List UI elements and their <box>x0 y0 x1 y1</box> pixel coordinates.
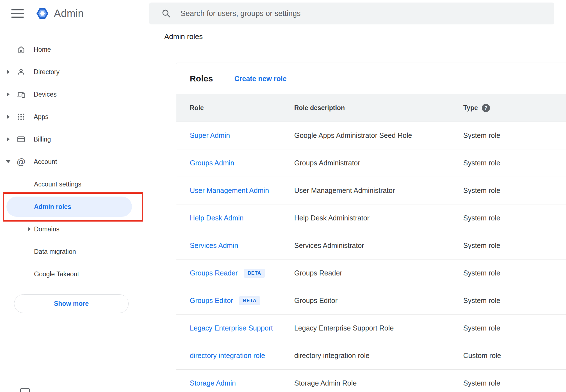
role-link[interactable]: Help Desk Admin <box>190 214 244 222</box>
table-row: Services Admin Services Administrator Sy… <box>176 232 566 259</box>
page-header: Admin roles <box>149 24 566 49</box>
sidebar-item-label: Account <box>34 158 57 166</box>
search-bar[interactable] <box>149 3 554 24</box>
sidebar-header: Admin <box>0 0 149 27</box>
sidebar-item-label: Domains <box>34 225 60 233</box>
sidebar-item-label: Account settings <box>34 181 81 188</box>
topbar <box>149 0 566 24</box>
sidebar-item-billing[interactable]: Billing <box>0 128 149 151</box>
role-description: Groups Reader <box>294 269 463 277</box>
role-link[interactable]: Groups Admin <box>190 159 234 167</box>
sidebar-item-label: Apps <box>34 113 48 121</box>
table-row: Groups Admin Groups Administrator System… <box>176 149 566 177</box>
table-row: Help Desk Admin Help Desk Administrator … <box>176 204 566 232</box>
help-icon[interactable]: ? <box>482 104 490 112</box>
role-link[interactable]: User Management Admin <box>190 186 269 195</box>
show-more-button[interactable]: Show more <box>14 294 129 313</box>
role-type: System role <box>463 214 566 222</box>
person-icon <box>16 68 26 76</box>
column-header-type: Type ? <box>463 104 566 112</box>
role-type: System role <box>463 297 566 305</box>
roles-title: Roles <box>190 74 213 83</box>
partial-bottom-icon <box>20 388 30 392</box>
page-title: Admin roles <box>164 32 203 41</box>
table-row: Legacy Enterprise Support Legacy Enterpr… <box>176 314 566 342</box>
admin-logo-icon <box>36 7 49 20</box>
role-type: System role <box>463 379 566 387</box>
menu-icon[interactable] <box>11 9 24 18</box>
role-description: User Management Administrator <box>294 186 463 195</box>
brand: Admin <box>36 7 84 20</box>
role-link[interactable]: Legacy Enterprise Support <box>190 324 273 332</box>
role-description: Legacy Enterprise Support Role <box>294 324 463 332</box>
role-type: System role <box>463 159 566 167</box>
sidebar-item-domains[interactable]: Domains <box>0 218 149 240</box>
at-icon: @ <box>16 157 26 167</box>
table-row: Groups Reader BETA Groups Reader System … <box>176 259 566 287</box>
search-input[interactable] <box>181 9 543 18</box>
sidebar-item-apps[interactable]: Apps <box>0 106 149 128</box>
sidebar-item-label: Admin roles <box>34 203 71 211</box>
column-header-role: Role <box>190 104 294 112</box>
sidebar-item-label: Devices <box>34 91 57 98</box>
sidebar-item-label: Data migration <box>34 248 76 256</box>
role-type: System role <box>463 324 566 332</box>
sidebar-item-google-takeout[interactable]: Google Takeout <box>0 263 149 285</box>
billing-icon <box>16 135 26 143</box>
role-type: System role <box>463 269 566 277</box>
chevron-right-icon <box>7 137 10 142</box>
search-icon <box>161 9 171 18</box>
role-description: Google Apps Administrator Seed Role <box>294 131 463 140</box>
sidebar: Admin Home Directory Devices <box>0 0 149 392</box>
role-link[interactable]: Groups Editor <box>190 297 233 305</box>
role-type: Custom role <box>463 352 566 360</box>
role-description: Groups Administrator <box>294 159 463 167</box>
table-row: Groups Editor BETA Groups Editor System … <box>176 287 566 314</box>
role-link[interactable]: directory integration role <box>190 352 265 360</box>
sidebar-item-admin-roles[interactable]: Admin roles <box>6 197 132 217</box>
beta-badge: BETA <box>244 269 265 278</box>
sidebar-item-account-settings[interactable]: Account settings <box>0 173 149 195</box>
sidebar-item-label: Directory <box>34 68 60 76</box>
table-row: Super Admin Google Apps Administrator Se… <box>176 122 566 149</box>
sidebar-item-label: Home <box>34 46 51 53</box>
sidebar-nav: Home Directory Devices <box>0 27 149 313</box>
chevron-down-icon <box>6 160 10 163</box>
role-link[interactable]: Super Admin <box>190 131 230 140</box>
devices-icon <box>16 90 26 99</box>
main-area: Admin roles Roles Create new role Role R… <box>149 0 566 392</box>
role-description: Services Administrator <box>294 241 463 250</box>
table-row: directory integration role directory int… <box>176 342 566 370</box>
roles-card: Roles Create new role Role Role descript… <box>176 63 566 392</box>
sidebar-item-data-migration[interactable]: Data migration <box>0 240 149 263</box>
role-description: Help Desk Administrator <box>294 214 463 222</box>
chevron-right-icon <box>7 92 10 97</box>
create-new-role-link[interactable]: Create new role <box>234 75 287 83</box>
role-description: directory integration role <box>294 352 463 360</box>
column-header-description: Role description <box>294 104 463 112</box>
table-row: User Management Admin User Management Ad… <box>176 177 566 204</box>
sidebar-item-label: Billing <box>34 136 51 143</box>
sidebar-item-devices[interactable]: Devices <box>0 83 149 106</box>
chevron-right-icon <box>7 70 10 74</box>
role-type: System role <box>463 241 566 250</box>
chevron-right-icon <box>7 115 10 119</box>
table-header-row: Role Role description Type ? <box>176 94 566 122</box>
role-description: Storage Admin Role <box>294 379 463 387</box>
role-link[interactable]: Services Admin <box>190 241 238 250</box>
role-type: System role <box>463 131 566 140</box>
sidebar-item-directory[interactable]: Directory <box>0 61 149 83</box>
apps-grid-icon <box>16 113 26 121</box>
content: Roles Create new role Role Role descript… <box>149 49 566 392</box>
beta-badge: BETA <box>239 296 260 305</box>
role-description: Groups Editor <box>294 297 463 305</box>
role-type: System role <box>463 186 566 195</box>
chevron-right-icon <box>28 227 31 231</box>
sidebar-item-home[interactable]: Home <box>0 38 149 61</box>
role-link[interactable]: Storage Admin <box>190 379 236 387</box>
home-icon <box>16 45 26 54</box>
sidebar-item-label: Google Takeout <box>34 270 79 278</box>
table-row: Storage Admin Storage Admin Role System … <box>176 370 566 392</box>
sidebar-item-account[interactable]: @ Account <box>0 151 149 173</box>
role-link[interactable]: Groups Reader <box>190 269 238 277</box>
